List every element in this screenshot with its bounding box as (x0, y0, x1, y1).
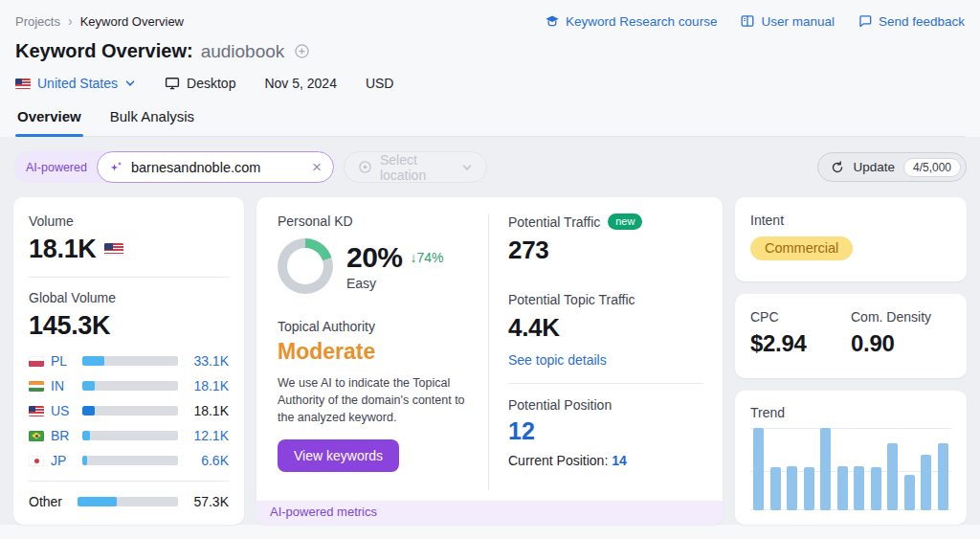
send-feedback-link[interactable]: Send feedback (858, 13, 965, 29)
cpc-value: $2.94 (750, 330, 851, 357)
cpc-label: CPC (750, 309, 851, 325)
date-indicator: Nov 5, 2024 (264, 76, 337, 91)
breadcrumb-projects[interactable]: Projects (15, 14, 60, 29)
ai-domain-input-group: AI-powered barnesandnoble.com × (13, 151, 334, 183)
trend-bar (921, 455, 931, 510)
divider (508, 383, 703, 384)
country-volume-bar (82, 381, 178, 391)
currency-indicator: USD (366, 76, 394, 91)
tab-bulk-analysis[interactable]: Bulk Analysis (108, 108, 196, 136)
personal-kd-label: Personal KD (278, 213, 469, 229)
country-volume-value[interactable]: 6.6K (185, 453, 229, 468)
trend-bar (787, 466, 797, 510)
country-row-current: US 18.1K (29, 398, 229, 423)
country-volume-value: 18.1K (185, 403, 229, 418)
feedback-bubble-icon (858, 13, 873, 29)
topical-authority-description: We use AI to indicate the Topical Author… (278, 374, 469, 426)
right-column: Intent Commercial CPC $2.94 Com. Density… (735, 197, 967, 525)
country-code-link[interactable]: BR (51, 428, 76, 443)
divider (29, 481, 229, 482)
page-title: Keyword Overview: (15, 40, 193, 62)
kd-value: 20% (346, 241, 403, 274)
kd-donut-chart (278, 238, 333, 294)
kd-difficulty-label: Easy (346, 276, 444, 291)
ai-powered-badge: AI-powered (26, 161, 87, 174)
database-label: United States (37, 76, 118, 91)
potential-position-value: 12 (508, 417, 703, 445)
trend-bar (837, 466, 848, 510)
link-label: Send feedback (879, 14, 965, 29)
volume-label: Volume (29, 213, 229, 229)
filter-row: United States Desktop Nov 5, 2024 USD (15, 76, 965, 91)
volume-card: Volume 18.1K Global Volume 145.3K PL 33.… (13, 197, 244, 525)
intent-commercial-badge[interactable]: Commercial (750, 236, 853, 260)
country-flag-icon (29, 381, 44, 392)
potential-topic-traffic-value: 4.4K (508, 313, 703, 343)
country-volume-value[interactable]: 12.1K (185, 428, 229, 443)
database-selector[interactable]: United States (15, 76, 136, 91)
main-area: AI-powered barnesandnoble.com × Select l… (0, 137, 980, 525)
country-code-link[interactable]: US (51, 403, 76, 418)
sparkles-icon (109, 161, 123, 174)
trend-card: Trend (735, 391, 967, 525)
country-row: BR 12.1K (29, 423, 229, 448)
current-position-value[interactable]: 14 (612, 453, 627, 468)
trend-chart (750, 428, 951, 510)
kd-potential-card: Personal KD 20% ↓74% Easy Topical Author… (256, 197, 723, 525)
link-label: User manual (761, 14, 835, 29)
desktop-icon (165, 76, 180, 91)
update-label: Update (853, 160, 895, 174)
user-manual-link[interactable]: User manual (740, 13, 835, 29)
trend-bar (887, 443, 898, 510)
country-volume-bar (82, 406, 178, 415)
trend-bar (904, 475, 915, 510)
volume-value: 18.1K (29, 235, 97, 264)
see-topic-details-link[interactable]: See topic details (508, 352, 607, 368)
country-volume-value[interactable]: 18.1K (185, 378, 229, 393)
add-keyword-icon[interactable] (294, 43, 310, 59)
other-label: Other (29, 494, 71, 509)
toolbar: AI-powered barnesandnoble.com × Select l… (13, 151, 967, 183)
global-volume-value: 145.3K (29, 311, 229, 341)
keyword-research-course-link[interactable]: Keyword Research course (545, 13, 717, 29)
tab-overview[interactable]: Overview (15, 108, 83, 136)
breadcrumb: Projects › Keyword Overview (15, 13, 184, 29)
cpc-card: CPC $2.94 Com. Density 0.90 (735, 294, 967, 378)
intent-card: Intent Commercial (735, 197, 967, 281)
trend-bar (938, 443, 948, 510)
country-volume-value[interactable]: 33.1K (185, 353, 229, 369)
location-placeholder: Select location (380, 152, 454, 183)
view-keywords-button[interactable]: View keywords (278, 439, 399, 472)
location-selector[interactable]: Select location (344, 151, 487, 183)
us-flag-icon (104, 243, 123, 256)
update-button[interactable]: Update 4/5,000 (817, 152, 967, 182)
trend-bar (804, 467, 814, 510)
intent-label: Intent (750, 213, 951, 228)
chevron-down-icon (461, 162, 473, 173)
country-flag-icon (29, 431, 44, 441)
trend-bar (753, 428, 764, 510)
update-quota: 4/5,000 (903, 158, 961, 177)
potential-traffic-label: Potential Traffic (508, 214, 600, 230)
divider (29, 277, 229, 278)
graduation-cap-icon (545, 13, 560, 29)
country-code-link[interactable]: PL (51, 353, 76, 369)
country-code-link[interactable]: IN (51, 378, 76, 393)
potential-column: Potential Traffic new 273 Potential Topi… (489, 197, 723, 504)
header-links: Keyword Research course User manual Send… (545, 13, 965, 29)
domain-input[interactable]: barnesandnoble.com × (97, 151, 334, 183)
cards-grid: Volume 18.1K Global Volume 145.3K PL 33.… (13, 197, 967, 525)
country-code-link[interactable]: JP (51, 453, 76, 468)
breadcrumb-current: Keyword Overview (80, 14, 184, 29)
trend-label: Trend (750, 405, 951, 420)
country-flag-icon (29, 456, 44, 466)
country-row: IN 18.1K (29, 373, 229, 398)
clear-input-icon[interactable]: × (312, 159, 322, 175)
other-volume-value: 57.3K (185, 494, 229, 509)
potential-position-label: Potential Position (508, 397, 703, 413)
trend-bar (854, 466, 864, 510)
chevron-right-icon: › (68, 13, 73, 29)
keyword-overview-page: Projects › Keyword Overview Keyword Rese… (0, 0, 980, 525)
potential-traffic-value: 273 (508, 236, 703, 265)
country-flag-icon (29, 406, 44, 416)
